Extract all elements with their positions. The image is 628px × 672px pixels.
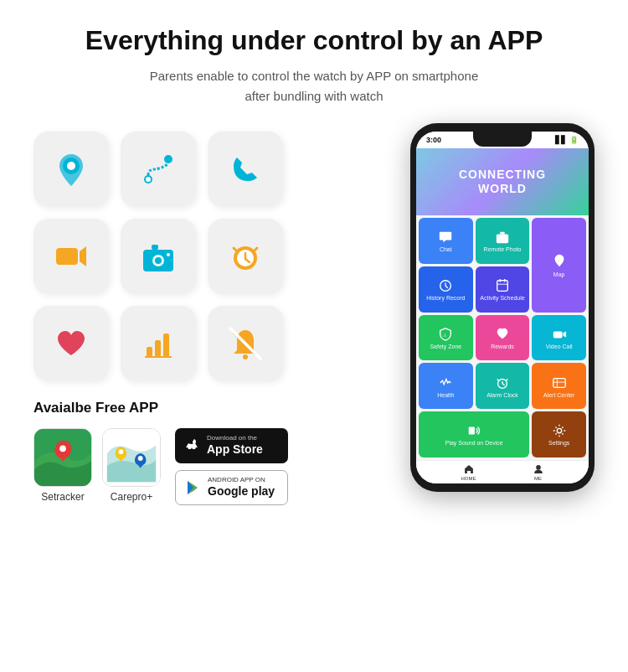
phone-nav-bar: HOME ME [416,460,589,483]
svg-point-38 [500,236,504,240]
app-cell-alarm[interactable]: Alarm Clock [476,363,530,409]
svg-line-52 [497,379,499,380]
camera-icon-tile [121,219,196,294]
app-cell-rewards-label: Rewards [491,344,514,350]
carepro-app: Carepro+ [102,428,161,503]
app-cell-remote-photo-label: Remote Photo [484,246,522,253]
app-cell-safety-label: Safety Zone [430,344,461,350]
app-cell-video-call-label: Video Call [546,344,573,350]
available-section: Avaialbe Free APP [33,400,394,505]
svg-point-58 [557,429,561,433]
svg-rect-47 [553,331,562,338]
svg-rect-10 [152,245,158,250]
carepro-label: Carepro+ [111,491,152,503]
phone-app-header: CONNECTINGWORLD [416,148,589,215]
svg-point-23 [243,354,248,359]
svg-point-59 [536,465,541,470]
googleplay-small-text: ANDROID APP ON [208,477,275,483]
phone-call-icon-tile [208,132,283,207]
app-cell-settings-label: Settings [548,440,569,447]
setracker-icon [33,428,92,487]
svg-rect-39 [500,232,504,235]
left-panel: Avaialbe Free APP [33,132,394,505]
app-cell-activity-label: Activity Schedule [480,295,524,302]
svg-line-16 [234,248,237,251]
nav-me-label: ME [534,476,542,481]
appstore-badge[interactable]: Download on the App Store [175,428,288,463]
nav-home-label: HOME [461,476,476,481]
app-cell-video-call[interactable]: Video Call [532,315,586,361]
svg-line-51 [502,383,505,385]
content-area: Avaialbe Free APP [33,132,595,505]
svg-line-17 [254,248,257,251]
location-icon-tile [33,132,109,207]
appstore-small-text: Download on the [207,435,263,442]
page: Everything under control by an APP Paren… [0,0,628,672]
svg-point-32 [138,456,143,461]
app-cell-remote-photo[interactable]: Remote Photo [476,218,530,264]
app-cell-chat[interactable]: Chat [419,218,473,264]
phone-time: 3:00 [426,136,441,144]
icon-grid [33,132,394,381]
route-icon-tile [121,132,196,207]
heart-icon-tile [33,306,109,381]
app-cell-history-label: History Record [426,295,465,302]
svg-rect-54 [553,378,564,387]
setracker-label: Setracker [41,491,84,503]
googleplay-badge[interactable]: ANDROID APP ON Google play [175,470,288,505]
app-cell-history[interactable]: History Record [419,266,473,313]
app-cell-alarm-label: Alarm Clock [486,392,518,399]
svg-marker-48 [563,331,566,337]
page-subtitle: Parents enable to control the watch by A… [33,66,595,106]
svg-point-30 [118,449,123,454]
app-badges-row: Setracker [33,428,394,505]
app-cell-map-label: Map [553,271,565,278]
svg-point-3 [164,155,172,163]
phone-notch [473,132,532,147]
store-badges: Download on the App Store [175,428,288,505]
svg-point-4 [146,177,151,182]
app-cell-rewards[interactable]: Rewards [476,315,530,361]
svg-point-11 [167,253,170,256]
svg-line-53 [506,379,507,380]
app-cell-health-label: Health [437,392,454,399]
svg-rect-20 [163,333,169,357]
bell-off-icon-tile [208,306,283,381]
svg-rect-19 [155,340,161,357]
svg-rect-42 [497,281,508,292]
setracker-app: Setracker [33,428,92,503]
available-title: Avaialbe Free APP [33,400,394,416]
nav-home[interactable]: HOME [461,463,476,481]
app-cell-activity[interactable]: Activity Schedule [476,266,530,313]
phone-app-title: CONNECTINGWORLD [459,168,546,196]
app-cell-map[interactable]: Map [532,218,586,313]
phone-mockup: 3:00 ▋▋ 🔋 CONNECTINGWORLD Chat [410,123,595,492]
app-cell-safety[interactable]: ⚠ Safety Zone [419,315,473,361]
nav-me[interactable]: ME [533,463,544,481]
svg-point-1 [67,162,75,170]
page-title: Everything under control by an APP [33,25,595,56]
video-camera-icon-tile [33,219,109,294]
svg-text:⚠: ⚠ [444,332,448,337]
svg-rect-18 [147,347,152,357]
googleplay-big-text: Google play [208,483,275,499]
svg-rect-5 [56,248,78,265]
app-cell-alert[interactable]: Alert Center [532,363,586,409]
app-cell-sound-label: Play Sound on Device [445,440,503,447]
app-cell-settings[interactable]: Settings [532,411,586,457]
phone-signals: ▋▋ 🔋 [555,136,579,144]
phone-app-grid: Chat Remote Photo Map [416,215,589,460]
carepro-icon [102,428,161,487]
app-cell-alert-label: Alert Center [543,392,574,399]
appstore-big-text: App Store [207,442,263,457]
phone-screen: 3:00 ▋▋ 🔋 CONNECTINGWORLD Chat [416,132,589,483]
svg-point-27 [59,445,66,452]
alarm-clock-icon-tile [208,219,283,294]
app-cell-health[interactable]: Health [419,363,473,409]
svg-marker-6 [80,246,86,266]
app-cell-chat-label: Chat [440,246,452,253]
app-cell-sound[interactable]: Play Sound on Device [419,411,529,457]
svg-point-9 [155,257,162,264]
step-icon-tile [121,306,196,381]
svg-rect-57 [469,427,475,435]
